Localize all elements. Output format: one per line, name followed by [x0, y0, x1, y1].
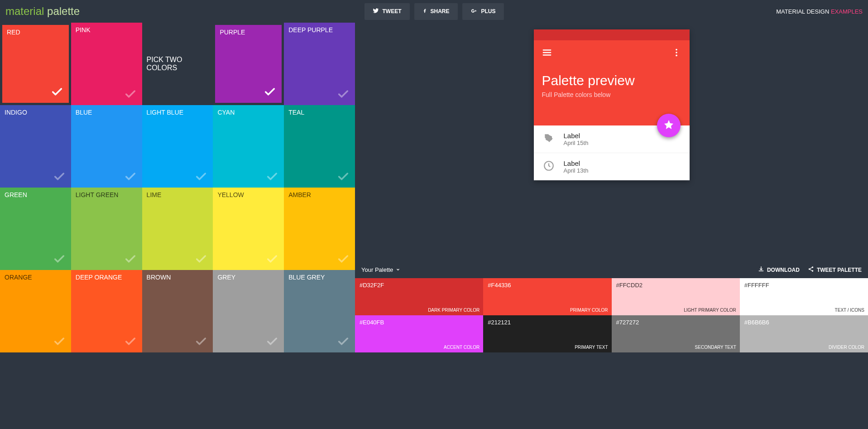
swatch-primary-color[interactable]: #F44336PRIMARY COLOR: [483, 278, 611, 315]
swatch-role: PRIMARY TEXT: [575, 345, 608, 350]
svg-point-6: [812, 270, 814, 272]
download-label: DOWNLOAD: [767, 267, 800, 273]
color-tile-deep-orange[interactable]: DEEP ORANGE: [71, 270, 142, 352]
tile-label: RED: [7, 29, 20, 36]
tile-label: DEEP PURPLE: [288, 26, 333, 34]
plus-button[interactable]: PLUS: [462, 3, 504, 20]
color-tile-pink[interactable]: PINK: [71, 23, 142, 105]
your-palette-label: Your Palette: [361, 266, 393, 273]
color-tile-red[interactable]: RED: [2, 25, 69, 103]
list-item-label: Label: [564, 132, 589, 140]
swatch-role: PRIMARY COLOR: [570, 308, 608, 313]
plus-label: PLUS: [481, 8, 496, 14]
check-icon: [337, 335, 350, 348]
check-icon: [124, 253, 137, 265]
color-tile-cyan[interactable]: CYAN: [213, 105, 284, 188]
tile-label: LIGHT BLUE: [147, 109, 183, 116]
color-tile-brown[interactable]: BROWN: [142, 270, 213, 352]
color-tile-green[interactable]: GREEN: [0, 188, 71, 270]
check-icon: [195, 253, 207, 265]
tile-label: GREEN: [5, 191, 27, 198]
swatch-primary-text[interactable]: #212121PRIMARY TEXT: [483, 315, 611, 352]
logo[interactable]: material palette: [5, 5, 80, 18]
share-label: SHARE: [430, 8, 449, 14]
tile-label: INDIGO: [5, 109, 27, 116]
tile-label: BLUE GREY: [288, 274, 325, 281]
swatch-hex: #212121: [488, 319, 607, 326]
tile-label: LIME: [147, 191, 162, 198]
tile-label: BROWN: [147, 274, 171, 281]
check-icon: [337, 88, 350, 101]
tag-icon: [543, 132, 555, 146]
svg-point-1: [676, 52, 677, 53]
hamburger-icon[interactable]: [542, 48, 552, 59]
swatch-role: LIGHT PRIMARY COLOR: [684, 308, 736, 313]
tweet-palette-button[interactable]: TWEET PALETTE: [808, 266, 862, 274]
check-icon: [53, 253, 66, 265]
tile-label: YELLOW: [217, 191, 244, 198]
color-tile-amber[interactable]: AMBER: [284, 188, 355, 270]
list-item[interactable]: LabelApril 13th: [534, 153, 690, 180]
swatches-grid: #D32F2FDARK PRIMARY COLOR#F44336PRIMARY …: [355, 278, 868, 352]
color-tile-light-green[interactable]: LIGHT GREEN: [71, 188, 142, 270]
fab-button[interactable]: [657, 114, 681, 137]
swatch-role: ACCENT COLOR: [444, 345, 480, 350]
color-tile-blue[interactable]: BLUE: [71, 105, 142, 188]
swatch-role: DARK PRIMARY COLOR: [428, 308, 480, 313]
check-icon: [124, 335, 137, 348]
google-plus-icon: [470, 8, 478, 15]
your-palette-dropdown[interactable]: Your Palette: [361, 266, 400, 273]
color-tile-indigo[interactable]: INDIGO: [0, 105, 71, 188]
swatch-hex: #FFFFFF: [744, 282, 863, 289]
preview-subtitle: Full Palette colors below: [542, 91, 681, 98]
chevron-down-icon: [396, 266, 400, 273]
color-tile-yellow[interactable]: YELLOW: [213, 188, 284, 270]
logo-word-1: material: [5, 5, 44, 17]
share-icon: [808, 266, 814, 274]
more-vert-icon[interactable]: [671, 48, 681, 59]
color-tile-orange[interactable]: ORANGE: [0, 270, 71, 352]
swatch-hex: #F44336: [488, 282, 607, 289]
swatch-hex: #D32F2F: [360, 282, 479, 289]
list-item-label: Label: [564, 159, 589, 167]
tile-label: PINK: [76, 26, 91, 34]
swatch-accent-color[interactable]: #E040FBACCENT COLOR: [355, 315, 483, 352]
tweet-button[interactable]: TWEET: [364, 3, 409, 20]
twitter-icon: [372, 8, 379, 15]
color-tile-grey[interactable]: GREY: [213, 270, 284, 352]
check-icon: [124, 170, 137, 183]
swatch-light-primary-color[interactable]: #FFCDD2LIGHT PRIMARY COLOR: [612, 278, 740, 315]
share-button[interactable]: SHARE: [414, 3, 457, 20]
check-icon: [195, 170, 207, 183]
download-button[interactable]: DOWNLOAD: [758, 266, 800, 274]
check-icon: [53, 335, 66, 348]
color-tile-light-blue[interactable]: LIGHT BLUE: [142, 105, 213, 188]
color-tile-lime[interactable]: LIME: [142, 188, 213, 270]
star-icon: [663, 119, 674, 132]
swatch-role: SECONDARY TEXT: [695, 345, 736, 350]
color-tile-purple[interactable]: PURPLE: [215, 25, 282, 103]
facebook-icon: [422, 8, 427, 15]
color-tile-deep-purple[interactable]: DEEP PURPLE: [284, 23, 355, 105]
check-icon: [195, 335, 207, 348]
tweet-label: TWEET: [382, 8, 401, 14]
list-item-text: LabelApril 15th: [564, 132, 589, 146]
panel-header: Your Palette DOWNLOAD TWEET PALETTE: [355, 261, 868, 278]
color-tile-teal[interactable]: TEAL: [284, 105, 355, 188]
swatch-secondary-text[interactable]: #727272SECONDARY TEXT: [612, 315, 740, 352]
color-tile-blue-grey[interactable]: BLUE GREY: [284, 270, 355, 352]
instructions-tile: PICK TWO COLORS: [142, 23, 213, 105]
check-icon: [264, 86, 276, 98]
material-design-examples-link[interactable]: MATERIAL DESIGN EXAMPLES: [776, 8, 863, 15]
check-icon: [53, 170, 66, 183]
tile-label: LIGHT GREEN: [76, 191, 119, 198]
app-bar: Palette preview Full Palette colors belo…: [534, 40, 690, 125]
check-icon: [337, 170, 350, 183]
logo-word-2: palette: [47, 5, 80, 17]
palette-panel: Your Palette DOWNLOAD TWEET PALETTE #D32…: [355, 261, 868, 352]
swatch-dark-primary-color[interactable]: #D32F2FDARK PRIMARY COLOR: [355, 278, 483, 315]
main: REDPINKPICK TWO COLORSPURPLEDEEP PURPLEI…: [0, 23, 868, 352]
swatch-divider-color[interactable]: #B6B6B6DIVIDER COLOR: [740, 315, 868, 352]
swatch-text-icons[interactable]: #FFFFFFTEXT / ICONS: [740, 278, 868, 315]
tile-label: TEAL: [288, 109, 304, 116]
